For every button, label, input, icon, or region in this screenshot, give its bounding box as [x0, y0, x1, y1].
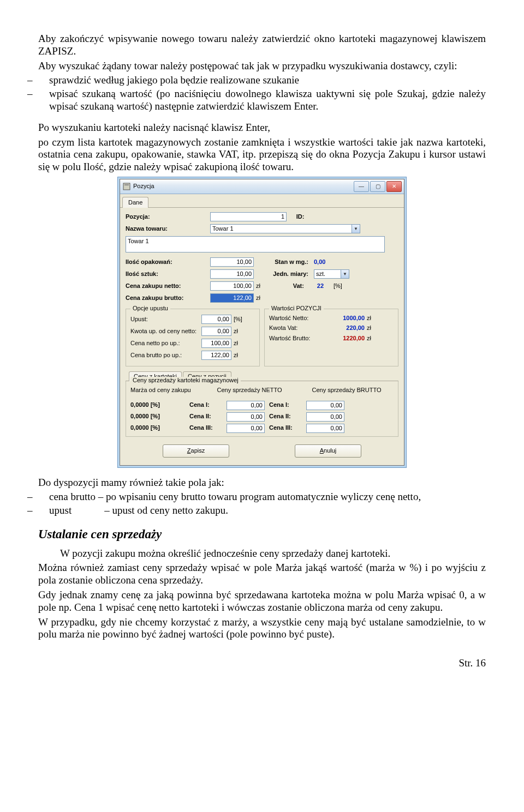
cena1-brutto[interactable]: 0,00 [306, 401, 344, 410]
group-wartosci-pozycji: Wartości POZYCJI Wartość Netto:1000,00zł… [264, 309, 398, 366]
group-title-opcje: Opcje upustu [130, 305, 170, 312]
maximize-button[interactable]: ▢ [370, 181, 385, 192]
group-title-wartosci: Wartości POZYCJI [269, 305, 324, 312]
vat-value: 22 [309, 282, 331, 290]
group-opcje-upustu: Opcje upustu Upust:0,00[%] Kwota up. od … [126, 309, 260, 366]
unit-pct: [%] [234, 316, 242, 323]
close-button[interactable]: ✕ [386, 181, 402, 192]
lbl-cena3-b: Cena III: [269, 424, 302, 431]
wn-value: 1000,00 [321, 315, 365, 322]
svg-rect-0 [123, 183, 130, 190]
label-jedn: Jedn. miary: [254, 270, 314, 278]
lbl-cena1-b: Cena I: [269, 401, 302, 408]
unit-zl: zł [234, 328, 238, 335]
paragraph: Można również zamiast ceny sprzedaży wpi… [38, 562, 486, 587]
jedn-dropdown-icon[interactable]: ▼ [341, 269, 349, 279]
cena1-netto[interactable]: 0,00 [227, 401, 265, 410]
paragraph: W przypadku, gdy nie chcemy korzystać z … [38, 616, 486, 641]
label-stan: Stan w mg.: [254, 258, 314, 266]
ilosc-opakowan-field[interactable]: 10,00 [210, 257, 254, 267]
unit-zl: zł [367, 335, 371, 342]
group-ceny-sprzedazy: Ceny sprzedaży kartoteki magazynowej Mar… [126, 381, 398, 436]
zapisz-button[interactable]: Zapisz [163, 444, 229, 458]
label-cb-po: Cena brutto po up.: [130, 352, 201, 359]
label-wb: Wartość Brutto: [269, 335, 321, 342]
label-kv: Kwota Vat: [269, 324, 321, 332]
nazwa-field[interactable]: Towar 1 [210, 224, 352, 233]
list-item: –wpisać szukaną wartość (po naciśnięciu … [49, 88, 486, 113]
list-item: –upust– upust od ceny netto zakupu. [49, 504, 486, 517]
hdr-netto: Ceny sprzedaży NETTO [203, 387, 296, 394]
minimize-button[interactable]: — [354, 181, 369, 192]
label-kwota-up: Kwota up. od ceny netto: [130, 328, 201, 335]
nazwa-dropdown-icon[interactable]: ▼ [352, 224, 360, 233]
list-item: –sprawdzić według jakiego pola będzie re… [49, 74, 486, 87]
label-vat: Vat: [260, 282, 309, 290]
label-wn: Wartość Netto: [269, 315, 321, 322]
paragraph: Po wyszukaniu kartoteki należy nacisnąć … [38, 122, 486, 134]
unit-pct: [%] [334, 282, 342, 290]
group-title-ceny: Ceny sprzedaży kartoteki magazynowej [130, 377, 241, 384]
kv-value: 220,00 [321, 324, 365, 332]
paragraph: Gdy jednak znamy cenę za jaką powinna by… [38, 589, 486, 614]
cn-po-field[interactable]: 100,00 [201, 339, 231, 348]
marza-2: 0,0000 [%] [130, 413, 185, 420]
paragraph: po czym lista kartotek magazynowych zost… [38, 136, 486, 173]
tab-strip: Dane [120, 194, 404, 208]
towar-list[interactable]: Towar 1 [126, 236, 385, 252]
unit-zl: zł [256, 294, 260, 302]
label-nazwa: Nazwa towaru: [126, 225, 210, 232]
cena-netto-field[interactable]: 100,00 [210, 281, 254, 291]
unit-zl: zł [256, 282, 260, 290]
unit-zl: zł [367, 315, 371, 322]
tab-dane[interactable]: Dane [122, 197, 148, 208]
page-number: Str. 16 [38, 657, 486, 670]
label-ilosc-opakowan: Ilość opakowań: [126, 258, 210, 266]
pozycja-field[interactable]: 1 [210, 212, 287, 221]
cena2-brutto[interactable]: 0,00 [306, 412, 344, 422]
label-pozycja: Pozycja: [126, 213, 210, 220]
unit-zl: zł [234, 340, 238, 347]
ilosc-sztuk-field[interactable]: 10,00 [210, 269, 254, 279]
app-icon [122, 182, 131, 191]
titlebar: Pozycja — ▢ ✕ [120, 179, 404, 194]
cena2-netto[interactable]: 0,00 [227, 412, 265, 422]
label-ilosc-sztuk: Ilość sztuk: [126, 270, 210, 278]
upust-field[interactable]: 0,00 [201, 315, 231, 324]
marza-3: 0,0000 [%] [130, 424, 185, 431]
label-upust: Upust: [130, 316, 201, 323]
lbl-cena2-n: Cena II: [189, 413, 222, 420]
marza-1: 0,0000 [%] [130, 401, 185, 408]
heading-ustalanie: Ustalanie cen sprzedaży [38, 527, 486, 542]
lbl-cena1-n: Cena I: [189, 401, 222, 408]
list-item: –cena brutto – po wpisaniu ceny brutto t… [49, 491, 486, 503]
label-cena-brutto: Cena zakupu brutto: [126, 294, 210, 302]
hdr-marza: Marża od ceny zakupu [130, 387, 199, 394]
window-title: Pozycja [133, 183, 154, 190]
stan-value: 0,00 [314, 258, 325, 266]
cena3-brutto[interactable]: 0,00 [306, 424, 344, 433]
paragraph: W pozycji zakupu można określić jednocze… [38, 548, 486, 560]
label-id: ID: [287, 213, 319, 220]
pozycja-dialog: Pozycja — ▢ ✕ Dane Pozycja: 1 ID: Nazwa … [120, 179, 404, 466]
cena3-netto[interactable]: 0,00 [227, 424, 265, 433]
unit-zl: zł [367, 324, 371, 332]
paragraph: Aby wyszukać żądany towar należy postępo… [38, 60, 486, 73]
wb-value: 1220,00 [321, 335, 365, 342]
paragraph: Do dyspozycji mamy również takie pola ja… [38, 477, 486, 489]
hdr-brutto: Ceny sprzedaży BRUTTO [300, 387, 394, 394]
lbl-cena2-b: Cena II: [269, 413, 302, 420]
anuluj-button[interactable]: Anuluj [295, 444, 361, 458]
cena-brutto-field[interactable]: 122,00 [210, 293, 254, 303]
label-cn-po: Cena netto po up.: [130, 340, 201, 347]
paragraph: Aby zakończyć wpisywanie nowego towaru n… [38, 33, 486, 58]
jedn-field[interactable]: szt. [314, 269, 341, 279]
svg-rect-1 [124, 184, 129, 185]
unit-zl: zł [234, 352, 238, 359]
lbl-cena3-n: Cena III: [189, 424, 222, 431]
kwota-up-field[interactable]: 0,00 [201, 327, 231, 336]
label-cena-netto: Cena zakupu netto: [126, 282, 210, 290]
cb-po-field[interactable]: 122,00 [201, 351, 231, 360]
